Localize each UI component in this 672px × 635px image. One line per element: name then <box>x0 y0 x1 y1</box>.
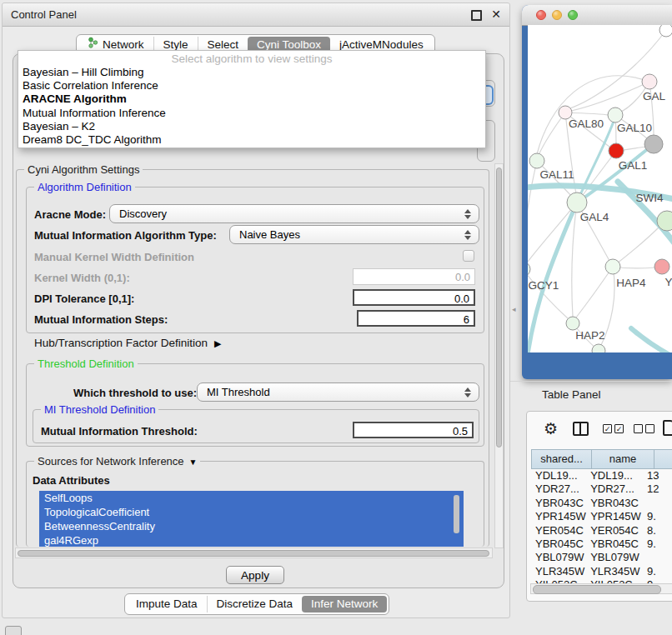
dropdown-item-dream8-dc-tdc-algorithm[interactable]: Dream8 DC_TDC Algorithm <box>18 133 485 147</box>
settings-vertical-scrollbar-thumb[interactable] <box>496 168 502 448</box>
settings-horizontal-scrollbar-thumb[interactable] <box>18 550 489 557</box>
tab-discretize-data[interactable]: Discretize Data <box>207 596 303 612</box>
spinner-arrows-icon <box>464 387 472 398</box>
column-header-clipped[interactable] <box>654 449 672 469</box>
tab-impute-data[interactable]: Impute Data <box>127 596 207 612</box>
table-cell: YBR043C <box>531 497 586 510</box>
attribute-item-selfloops[interactable]: SelfLoops <box>39 491 464 505</box>
network-node-label: SWI4 <box>635 192 663 204</box>
table-row[interactable]: YDL19...YDL19...13 <box>531 469 672 482</box>
spinner-arrows-icon <box>464 229 472 241</box>
table-cell: YER054C <box>586 524 643 538</box>
table-horizontal-scrollbar[interactable] <box>530 583 672 594</box>
attribute-item-topologicalcoefficient[interactable]: TopologicalCoefficient <box>39 505 464 519</box>
dropdown-item-aracne-algorithm[interactable]: ARACNE Algorithm <box>18 92 485 106</box>
attributes-list-scrollbar-thumb[interactable] <box>454 495 459 533</box>
network-node-y[interactable] <box>654 259 669 274</box>
network-node-gcy1[interactable] <box>528 262 530 277</box>
select-all-icon[interactable]: ✓✓ <box>603 424 624 433</box>
table-header: shared...name <box>531 449 672 469</box>
data-attributes-list[interactable]: SelfLoopsTopologicalCoefficientBetweenne… <box>39 491 464 547</box>
column-header-shared[interactable]: shared... <box>531 449 592 469</box>
table-row[interactable]: YBR045CYBR045C9. <box>531 538 672 551</box>
table-row[interactable]: YBL079WYBL079W <box>531 551 672 564</box>
network-window-titlebar[interactable] <box>522 5 672 26</box>
network-node-gal4[interactable] <box>567 192 587 212</box>
manual-kernel-width-checkbox[interactable] <box>463 250 474 262</box>
network-node-gal11[interactable] <box>529 153 544 168</box>
split-columns-icon[interactable] <box>573 422 589 436</box>
tab-infer-network[interactable]: Infer Network <box>302 596 387 612</box>
table-body: YDL19...YDL19...13YDR27...YDR27...12YBR0… <box>531 469 672 586</box>
aracne-mode-combo[interactable]: Discovery <box>109 204 479 223</box>
network-edge-highlighted <box>631 328 672 352</box>
table-row[interactable]: YPR145WYPR145W9. <box>531 510 672 523</box>
attributes-list-scrollbar[interactable] <box>453 493 460 542</box>
settings-horizontal-scrollbar[interactable] <box>15 548 493 558</box>
column-header-name[interactable]: name <box>592 449 654 469</box>
dropdown-item-bayesian-k2[interactable]: Bayesian – K2 <box>18 120 485 133</box>
which-threshold-combo[interactable]: MI Threshold <box>197 382 479 402</box>
network-edge <box>528 202 577 265</box>
network-node-hap2[interactable] <box>566 317 579 330</box>
control-panel-titlebar[interactable]: Control Panel ✕ <box>3 3 509 27</box>
attribute-item-gal4rgexp[interactable]: gal4RGexp <box>39 533 464 547</box>
network-node-gal10[interactable] <box>608 108 623 122</box>
mac-close-button[interactable] <box>536 10 546 20</box>
network-node-label: HAP4 <box>616 277 646 289</box>
network-node[interactable] <box>644 135 663 153</box>
kernel-width-field[interactable]: 0.0 <box>353 268 475 285</box>
mi-algorithm-type-combo[interactable]: Naive Bayes <box>229 225 479 244</box>
mi-algorithm-type-value: Naive Bayes <box>239 228 300 241</box>
network-node-gal[interactable] <box>642 74 657 89</box>
data-attributes-label: Data Attributes <box>33 474 110 487</box>
network-node[interactable] <box>592 344 605 352</box>
table-cell: YPR145W <box>586 510 643 523</box>
dpi-tolerance-field[interactable]: 0.0 <box>353 289 475 306</box>
network-edge <box>572 202 577 317</box>
network-edge <box>539 112 565 155</box>
table-cell: YLR345W <box>531 565 586 578</box>
panel-divider-handle[interactable]: ◂ <box>512 305 516 313</box>
network-node-label: HAP2 <box>575 329 604 342</box>
table-row[interactable]: YER054CYER054C8. <box>531 524 672 538</box>
float-window-icon[interactable] <box>471 10 482 21</box>
which-threshold-label: Which threshold to use: <box>73 387 197 399</box>
network-node-label: GAL4 <box>580 211 609 223</box>
sources-group-title[interactable]: Sources for Network Inference▼ <box>34 455 200 468</box>
sources-title-text: Sources for Network Inference <box>38 455 184 468</box>
table-row[interactable]: YDR27...YDR27...12 <box>531 482 672 496</box>
apply-button[interactable]: Apply <box>226 566 284 584</box>
dropdown-item-basic-correlation-inference[interactable]: Basic Correlation Inference <box>18 79 485 92</box>
table-cell <box>643 497 672 510</box>
new-table-icon[interactable] <box>663 420 672 436</box>
minimized-panel-chip[interactable] <box>5 626 22 635</box>
table-cell: YLR345W <box>586 565 643 578</box>
network-node-hap4[interactable] <box>605 259 620 274</box>
hub-section-toggle[interactable]: Hub/Transcription Factor Definition▶ <box>34 337 222 349</box>
dropdown-prompt: Select algorithm to view settings <box>18 52 485 66</box>
network-node[interactable] <box>659 25 672 37</box>
kernel-width-label: Kernel Width (0,1): <box>34 272 130 284</box>
table-row[interactable]: YLR345WYLR345W9. <box>531 565 672 578</box>
network-node-label: GAL1 <box>619 159 648 172</box>
mi-threshold-field[interactable]: 0.5 <box>353 422 474 438</box>
mac-zoom-button[interactable] <box>568 10 578 20</box>
close-icon[interactable]: ✕ <box>491 8 501 21</box>
mi-steps-label: Mutual Information Steps: <box>34 313 168 326</box>
table-horizontal-scrollbar-thumb[interactable] <box>533 585 661 594</box>
gear-icon[interactable]: ⚙ <box>544 419 558 438</box>
network-canvas[interactable]: GALGAL80GAL10GAL1GAL11GAL4SWI4GCY1HAP4YH… <box>528 25 672 352</box>
mi-steps-field[interactable]: 6 <box>357 310 475 327</box>
table-cell: 12 <box>643 482 672 496</box>
dropdown-item-mutual-information-inference[interactable]: Mutual Information Inference <box>18 107 485 120</box>
dropdown-item-bayesian-hill-climbing[interactable]: Bayesian – Hill Climbing <box>18 66 485 79</box>
attribute-item-betweennesscentrality[interactable]: BetweennessCentrality <box>39 519 464 533</box>
deselect-all-icon[interactable] <box>634 424 654 433</box>
settings-vertical-scrollbar[interactable] <box>494 163 504 548</box>
network-node-gal1[interactable] <box>609 143 624 158</box>
table-cell: YDR27... <box>586 482 643 496</box>
table-row[interactable]: YBR043CYBR043C <box>531 497 672 510</box>
table-cell: YDL19... <box>586 469 643 482</box>
mac-minimize-button[interactable] <box>552 10 562 20</box>
